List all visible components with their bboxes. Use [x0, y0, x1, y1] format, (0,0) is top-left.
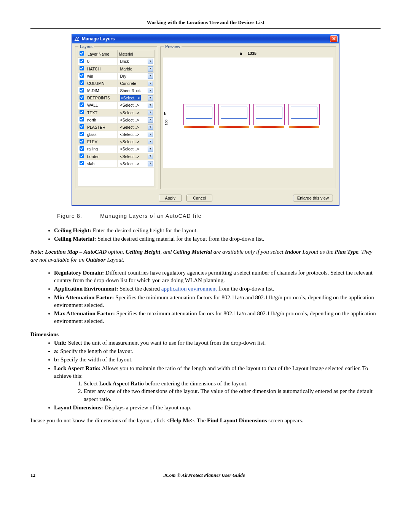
material-value: <Select...> [120, 161, 139, 166]
table-row: TEXT<Select...>▾ [78, 109, 155, 116]
table-row: COLUMNConcrete▾ [78, 80, 155, 87]
material-value: Dry [120, 73, 126, 79]
col-layer-name[interactable]: Layer Name [86, 50, 118, 58]
chevron-down-icon[interactable]: ▾ [148, 73, 153, 79]
table-empty-area [78, 168, 155, 187]
list-item: Enter any one of the two dimensions of t… [84, 387, 381, 403]
row-checkbox[interactable] [80, 95, 84, 100]
row-checkbox[interactable] [80, 146, 84, 151]
material-dropdown[interactable]: <Select...>▾ [117, 94, 155, 102]
row-checkbox[interactable] [80, 124, 84, 129]
material-value: Sheet Rock [120, 88, 141, 93]
material-dropdown[interactable]: Sheet Rock▾ [117, 87, 155, 94]
chevron-down-icon[interactable]: ▾ [148, 139, 153, 144]
row-checkbox-cell[interactable] [78, 58, 86, 65]
material-dropdown[interactable]: Dry▾ [117, 72, 155, 80]
row-checkbox-cell[interactable] [78, 116, 86, 123]
row-checkbox-cell[interactable] [78, 87, 86, 94]
material-dropdown[interactable]: <Select...>▾ [117, 116, 155, 123]
titlebar[interactable]: Manage Layers ✕ [72, 34, 339, 43]
row-checkbox[interactable] [80, 139, 84, 144]
row-checkbox[interactable] [80, 132, 84, 136]
chevron-down-icon[interactable]: ▾ [148, 147, 153, 152]
layer-name-cell: HATCH [86, 65, 118, 72]
table-row: railing<Select...>▾ [78, 145, 155, 153]
chevron-down-icon[interactable]: ▾ [148, 117, 153, 123]
material-dropdown[interactable]: <Select...>▾ [117, 123, 155, 131]
chevron-down-icon[interactable]: ▾ [148, 88, 153, 93]
material-dropdown[interactable]: <Select...>▾ [117, 145, 155, 153]
preview-top-label: a 1335 [163, 50, 333, 58]
material-dropdown[interactable]: <Select...>▾ [117, 109, 155, 116]
layer-name-cell: north [86, 116, 118, 123]
table-row: 0Brick▾ [78, 58, 155, 65]
apply-button[interactable]: Apply [159, 195, 182, 201]
row-checkbox[interactable] [80, 102, 84, 107]
row-checkbox-cell[interactable] [78, 138, 86, 145]
material-dropdown[interactable]: <Select...>▾ [117, 102, 155, 109]
chevron-down-icon[interactable]: ▾ [148, 132, 153, 137]
row-checkbox[interactable] [80, 80, 84, 85]
chevron-down-icon[interactable]: ▾ [148, 81, 153, 86]
check-all[interactable] [80, 51, 84, 56]
row-checkbox[interactable] [80, 66, 84, 70]
floorplan-thumbnails [183, 104, 320, 125]
floorplan-thumb [218, 104, 250, 125]
table-row: DEFPOINTS<Select...>▾ [78, 94, 155, 102]
row-checkbox-cell[interactable] [78, 109, 86, 116]
material-dropdown[interactable]: Brick▾ [117, 58, 155, 65]
chevron-down-icon[interactable]: ▾ [148, 154, 153, 159]
row-checkbox[interactable] [80, 153, 84, 158]
material-value: <Select...> [120, 117, 139, 123]
row-checkbox[interactable] [80, 161, 84, 165]
close-button[interactable]: ✕ [330, 35, 338, 42]
table-row: PLASTER<Select...>▾ [78, 123, 155, 131]
chevron-down-icon[interactable]: ▾ [148, 95, 153, 101]
list-item: Regulatory Domain: Different countries h… [54, 269, 381, 284]
preview-b-label: b [164, 111, 166, 116]
enlarge-view-button[interactable]: Enlarge this view [293, 195, 333, 201]
row-checkbox[interactable] [80, 88, 84, 93]
row-checkbox-cell[interactable] [78, 94, 86, 102]
row-checkbox-cell[interactable] [78, 80, 86, 87]
chevron-down-icon[interactable]: ▾ [148, 110, 153, 115]
trailing-paragraph: Incase you do not know the dimensions of… [30, 417, 381, 424]
application-environment-link[interactable]: application environment [161, 286, 217, 292]
chevron-down-icon[interactable]: ▾ [148, 59, 153, 64]
row-checkbox-cell[interactable] [78, 145, 86, 153]
page-running-header: Working with the Locations Tree and the … [30, 19, 381, 29]
row-checkbox-cell[interactable] [78, 102, 86, 109]
row-checkbox[interactable] [80, 117, 84, 121]
preview-legend: Preview [164, 44, 182, 50]
row-checkbox-cell[interactable] [78, 72, 86, 80]
layer-name-cell: border [86, 153, 118, 160]
list-item: Select Lock Aspect Ratio before entering… [84, 380, 381, 387]
material-dropdown[interactable]: <Select...>▾ [117, 131, 155, 138]
material-dropdown[interactable]: <Select...>▾ [117, 138, 155, 145]
material-dropdown[interactable]: Concrete▾ [117, 80, 155, 87]
chevron-down-icon[interactable]: ▾ [148, 125, 153, 130]
row-checkbox[interactable] [80, 110, 84, 114]
material-dropdown[interactable]: Marble▾ [117, 65, 155, 72]
material-dropdown[interactable]: <Select...>▾ [117, 153, 155, 160]
bullet-list-1: Ceiling Height: Enter the desired ceilin… [54, 227, 381, 243]
material-value: <Select...> [120, 102, 139, 108]
figure-title: Managing Layers of an AutoCAD file [100, 213, 202, 219]
material-value: Marble [120, 66, 132, 72]
material-dropdown[interactable]: <Select...>▾ [117, 160, 155, 167]
app-icon [74, 36, 80, 42]
col-material[interactable]: Material [117, 50, 155, 58]
chevron-down-icon[interactable]: ▾ [148, 66, 153, 72]
row-checkbox-cell[interactable] [78, 153, 86, 160]
layer-name-cell: railing [86, 145, 118, 153]
row-checkbox-cell[interactable] [78, 123, 86, 131]
row-checkbox[interactable] [80, 73, 84, 78]
row-checkbox[interactable] [80, 59, 84, 63]
row-checkbox-cell[interactable] [78, 160, 86, 167]
row-checkbox-cell[interactable] [78, 65, 86, 72]
chevron-down-icon[interactable]: ▾ [148, 161, 153, 166]
row-checkbox-cell[interactable] [78, 131, 86, 138]
col-check[interactable] [78, 50, 86, 58]
cancel-button[interactable]: Cancel [186, 195, 212, 201]
chevron-down-icon[interactable]: ▾ [148, 103, 153, 108]
